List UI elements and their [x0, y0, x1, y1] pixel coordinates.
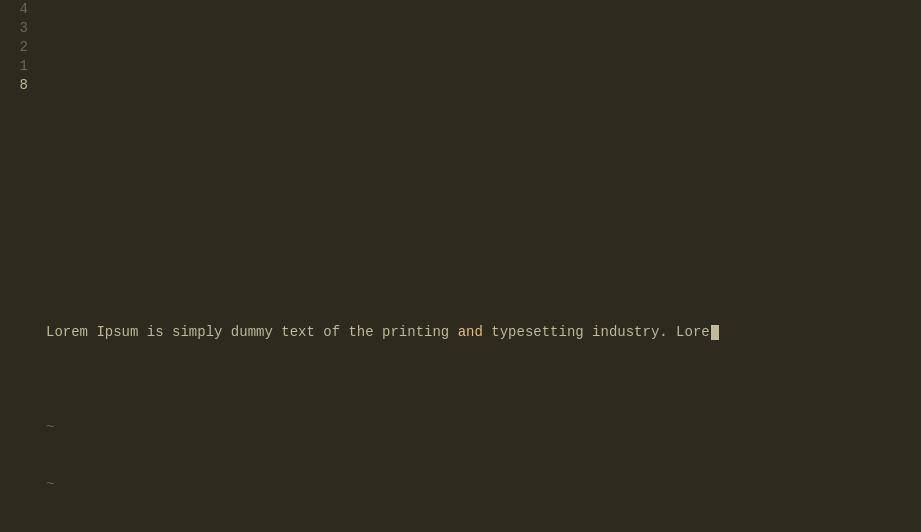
line-number-3: 3: [20, 19, 28, 38]
text-and: and: [458, 323, 483, 342]
tilde-symbol-1: ~: [46, 418, 54, 437]
line-1-content: [46, 228, 921, 247]
tilde-line-2: ~: [46, 475, 921, 494]
line-8-content: Lorem Ipsum is simply dummy text of the …: [46, 323, 921, 342]
line-numbers: 4 3 2 1 8: [0, 0, 36, 532]
line-2-content: [46, 171, 921, 190]
line-number-2: 2: [20, 38, 28, 57]
text-before-and: Lorem Ipsum is simply dummy text of the …: [46, 323, 458, 342]
tilde-symbol-2: ~: [46, 475, 54, 494]
line-number-1: 1: [20, 57, 28, 76]
text-cursor: [711, 325, 719, 340]
line-number-8: 8: [20, 76, 28, 95]
tilde-line-1: ~: [46, 418, 921, 437]
editor-content[interactable]: Lorem Ipsum is simply dummy text of the …: [36, 0, 921, 532]
line-4-content: [46, 57, 921, 76]
editor-container: 4 3 2 1 8 Lorem: [0, 0, 921, 532]
text-after-and: typesetting industry. Lore: [483, 323, 710, 342]
line-3-content: [46, 114, 921, 133]
line-number-4: 4: [20, 0, 28, 19]
